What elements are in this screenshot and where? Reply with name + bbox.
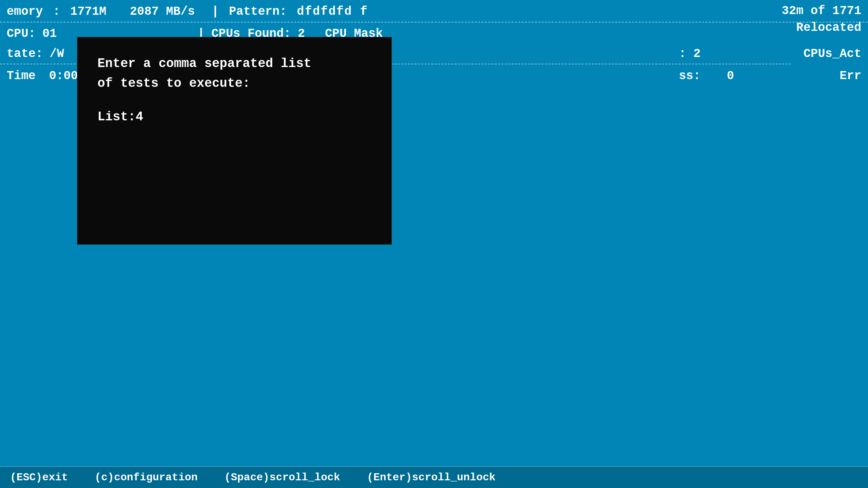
pattern-value: dfdfdfd f (297, 3, 368, 21)
time-label: Time (7, 67, 35, 85)
config-item[interactable]: (c)configuration (95, 469, 197, 486)
bandwidth-value: 2087 MB/s (130, 3, 195, 21)
state-value: /W (50, 45, 64, 63)
modal-line2: of tests to execute: (97, 74, 371, 93)
pattern-label: Pattern: (229, 3, 287, 21)
err-label: Err (840, 67, 861, 85)
cpus-act-label: CPUs_Act (803, 45, 861, 63)
modal-content: Enter a comma separated list of tests to… (78, 37, 392, 144)
state-label: tate: (7, 45, 43, 63)
divider1 (0, 22, 868, 23)
time-value: 0:00 (49, 67, 78, 85)
modal-dialog: Enter a comma separated list of tests to… (77, 37, 392, 245)
memory-value: 1771M (70, 3, 106, 21)
list-label: List: (97, 110, 135, 124)
modal-line1: Enter a comma separated list (97, 54, 371, 74)
pass-ss-value: 0 (727, 67, 734, 85)
enter-item[interactable]: (Enter)scroll_unlock (367, 469, 496, 486)
memory-colon: : (53, 3, 60, 21)
modal-input-line[interactable]: List:4 (97, 107, 371, 127)
modal-prompt: Enter a comma separated list of tests to… (97, 54, 371, 93)
memory-label: emory (7, 3, 43, 21)
colon2-val: : 2 (679, 45, 701, 63)
space-item[interactable]: (Space)scroll_lock (224, 469, 340, 486)
right-top1: 32m of 1771 (782, 4, 861, 18)
esc-item[interactable]: (ESC)exit (10, 469, 68, 486)
pass-ss-label: ss: (679, 67, 701, 85)
bottom-bar: (ESC)exit (c)configuration (Space)scroll… (0, 466, 868, 488)
pipe1: | (212, 3, 219, 21)
cpu-label: CPU: (7, 25, 35, 43)
list-value[interactable]: 4 (135, 110, 143, 124)
cpu-value: 01 (42, 25, 57, 43)
header-row1: emory : 1771M 2087 MB/s | Pattern: dfdfd… (0, 3, 868, 21)
screen: emory : 1771M 2087 MB/s | Pattern: dfdfd… (0, 0, 868, 488)
